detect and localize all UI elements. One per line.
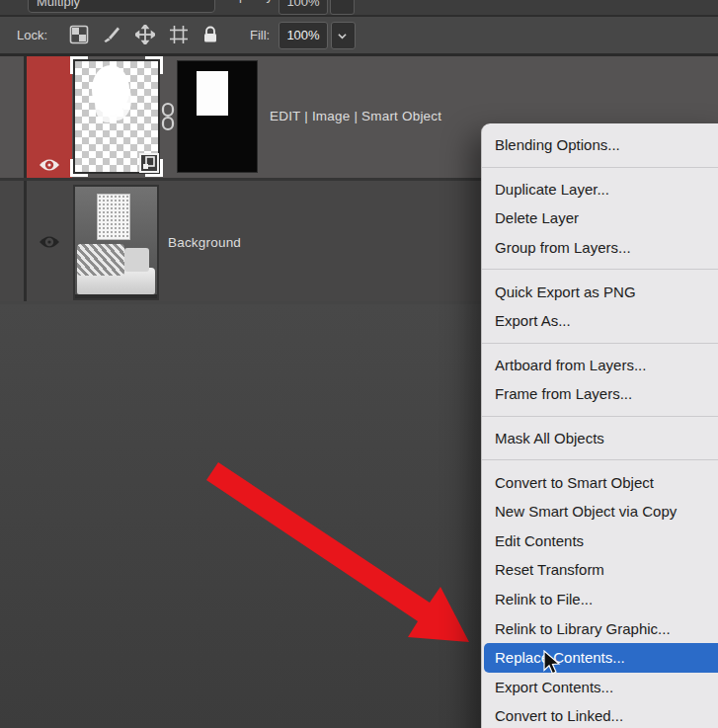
- menu-item-group-from-layers[interactable]: Group from Layers...: [482, 233, 718, 263]
- photoshop-layers-panel: Multiply Opacity: 100% Lock: Fill: 100%: [0, 0, 718, 728]
- layer-mask-thumbnail[interactable]: [178, 61, 257, 172]
- smart-object-badge-icon: [139, 153, 159, 173]
- menu-item-mask-all-objects[interactable]: Mask All Objects: [482, 424, 718, 453]
- thumbnail-artwork: [92, 65, 130, 114]
- menu-separator: [482, 167, 718, 168]
- menu-item-export-as[interactable]: Export As...: [482, 306, 718, 336]
- mask-white-area: [197, 71, 228, 116]
- chevron-down-icon: [338, 32, 347, 40]
- menu-item-artboard-from-layers[interactable]: Artboard from Layers...: [482, 351, 718, 380]
- lock-transparent-pixels-icon[interactable]: [69, 25, 89, 44]
- opacity-dropdown-button[interactable]: [330, 0, 355, 15]
- menu-item-frame-from-layers[interactable]: Frame from Layers...: [482, 379, 718, 409]
- fill-dropdown-button[interactable]: [331, 22, 356, 49]
- blend-mode-value: Multiply: [37, 0, 80, 9]
- layer-mask-link-icon[interactable]: [160, 102, 176, 131]
- menu-separator: [482, 343, 718, 344]
- selection-corner-icon: [70, 56, 88, 74]
- menu-separator: [482, 416, 718, 417]
- selection-corner-icon: [70, 159, 88, 177]
- lock-position-move-icon[interactable]: [135, 25, 155, 44]
- menu-item-relink-to-file[interactable]: Relink to File...: [482, 585, 718, 614]
- layer-thumbnail-background[interactable]: [75, 187, 157, 298]
- opacity-value-field[interactable]: 100%: [279, 0, 328, 15]
- menu-item-quick-export-png[interactable]: Quick Export as PNG: [482, 277, 718, 306]
- thumbnail-couch: [75, 247, 157, 298]
- menu-item-edit-contents[interactable]: Edit Contents: [482, 526, 718, 556]
- menu-item-relink-to-library-graphic[interactable]: Relink to Library Graphic...: [482, 613, 718, 643]
- menu-item-duplicate-layer[interactable]: Duplicate Layer...: [482, 175, 718, 204]
- fill-value-field[interactable]: 100%: [279, 22, 328, 49]
- menu-item-convert-to-smart-object[interactable]: Convert to Smart Object: [482, 467, 718, 497]
- selection-corner-icon: [145, 56, 163, 74]
- lock-row: Lock: Fill: 100%: [0, 17, 718, 56]
- menu-item-convert-to-linked[interactable]: Convert to Linked...: [482, 701, 718, 728]
- fill-label: Fill:: [250, 28, 270, 42]
- lock-label: Lock:: [17, 28, 47, 42]
- layer-name[interactable]: Background: [168, 235, 241, 250]
- visibility-eye-icon[interactable]: [38, 234, 61, 250]
- layer-thumbnail-smart-object[interactable]: [75, 61, 158, 172]
- menu-item-export-contents[interactable]: Export Contents...: [482, 673, 718, 702]
- lock-artboard-icon[interactable]: [169, 25, 189, 44]
- menu-item-delete-layer[interactable]: Delete Layer: [482, 203, 718, 233]
- eye-column-divider: [24, 181, 27, 301]
- layer-name[interactable]: EDIT | Image | Smart Object: [270, 109, 441, 123]
- menu-item-reset-transform[interactable]: Reset Transform: [482, 555, 718, 585]
- layer-context-menu: Blending Options... Duplicate Layer... D…: [481, 123, 718, 728]
- visibility-eye-icon[interactable]: [38, 157, 61, 173]
- menu-item-blending-options[interactable]: Blending Options...: [482, 130, 718, 160]
- opacity-label: Opacity:: [229, 0, 277, 3]
- lock-all-padlock-icon[interactable]: [200, 25, 220, 44]
- blend-options-row: Multiply Opacity: 100%: [0, 0, 718, 17]
- menu-item-new-smart-object-via-copy[interactable]: New Smart Object via Copy: [482, 497, 718, 526]
- menu-item-replace-contents[interactable]: Replace Contents...: [484, 643, 718, 673]
- menu-separator: [482, 269, 718, 270]
- thumbnail-wall-frame: [97, 194, 131, 240]
- menu-separator: [482, 459, 718, 460]
- lock-image-pixels-brush-icon[interactable]: [102, 25, 121, 44]
- blend-mode-dropdown[interactable]: Multiply: [28, 0, 215, 13]
